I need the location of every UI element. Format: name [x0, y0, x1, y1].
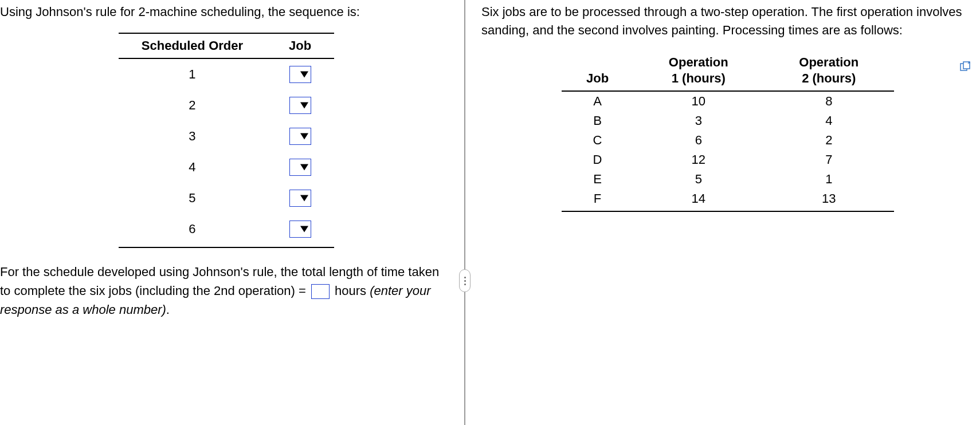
schedule-header-job: Job — [266, 33, 334, 58]
data-op2-cell: 4 — [764, 111, 894, 131]
data-row: E 5 1 — [562, 170, 894, 189]
data-op2-cell: 1 — [764, 170, 894, 189]
schedule-table: Scheduled Order Job 1 2 3 4 5 — [119, 33, 334, 248]
data-op1-cell: 10 — [633, 91, 763, 111]
schedule-row: 6 — [119, 214, 334, 247]
right-intro-text: Six jobs are to be processed through a t… — [481, 3, 974, 40]
data-op1-cell: 3 — [633, 111, 763, 131]
schedule-row: 5 — [119, 183, 334, 214]
data-job-cell: F — [562, 189, 633, 211]
data-op1-cell: 5 — [633, 170, 763, 189]
panel-drag-handle[interactable] — [459, 269, 471, 292]
chevron-down-icon — [300, 164, 308, 170]
data-op2-cell: 2 — [764, 131, 894, 150]
chevron-down-icon — [300, 195, 308, 201]
data-op1-cell: 14 — [633, 189, 763, 211]
schedule-order-cell: 5 — [119, 183, 266, 214]
data-job-cell: A — [562, 91, 633, 111]
schedule-order-cell: 4 — [119, 152, 266, 183]
data-row: F 14 13 — [562, 189, 894, 211]
panel-divider — [464, 0, 465, 425]
data-op2-cell: 13 — [764, 189, 894, 211]
chevron-down-icon — [300, 102, 308, 108]
data-row: A 10 8 — [562, 91, 894, 111]
processing-times-table: Job Operation1 (hours) Operation2 (hours… — [562, 51, 894, 212]
data-op2-cell: 7 — [764, 150, 894, 170]
question-end: . — [166, 302, 170, 317]
data-job-cell: B — [562, 111, 633, 131]
data-header-job: Job — [562, 51, 633, 91]
right-panel: Six jobs are to be processed through a t… — [464, 0, 980, 425]
data-header-op2: Operation2 (hours) — [764, 51, 894, 91]
data-op1-cell: 6 — [633, 131, 763, 150]
chevron-down-icon — [300, 226, 308, 232]
data-row: C 6 2 — [562, 131, 894, 150]
chevron-down-icon — [300, 133, 308, 139]
question-text: For the schedule developed using Johnson… — [0, 262, 453, 319]
schedule-header-order: Scheduled Order — [119, 33, 266, 58]
total-time-input[interactable] — [311, 284, 330, 299]
schedule-order-cell: 2 — [119, 90, 266, 121]
chevron-down-icon — [300, 71, 308, 77]
job-dropdown-1[interactable] — [289, 66, 311, 83]
job-dropdown-6[interactable] — [289, 221, 311, 238]
question-post: hours — [331, 284, 370, 298]
schedule-order-cell: 1 — [119, 58, 266, 90]
data-row: B 3 4 — [562, 111, 894, 131]
schedule-order-cell: 3 — [119, 121, 266, 152]
job-dropdown-2[interactable] — [289, 97, 311, 114]
data-job-cell: C — [562, 131, 633, 150]
data-job-cell: D — [562, 150, 633, 170]
data-job-cell: E — [562, 170, 633, 189]
schedule-row: 1 — [119, 58, 334, 90]
job-dropdown-5[interactable] — [289, 190, 311, 207]
job-dropdown-4[interactable] — [289, 159, 311, 176]
data-header-op1: Operation1 (hours) — [633, 51, 763, 91]
schedule-row: 3 — [119, 121, 334, 152]
data-op1-cell: 12 — [633, 150, 763, 170]
popout-icon[interactable] — [960, 60, 971, 75]
left-panel: Using Johnson's rule for 2-machine sched… — [0, 0, 464, 425]
data-row: D 12 7 — [562, 150, 894, 170]
data-op2-cell: 8 — [764, 91, 894, 111]
job-dropdown-3[interactable] — [289, 128, 311, 145]
schedule-row: 2 — [119, 90, 334, 121]
schedule-order-cell: 6 — [119, 214, 266, 247]
left-intro-text: Using Johnson's rule for 2-machine sched… — [0, 3, 453, 21]
schedule-row: 4 — [119, 152, 334, 183]
